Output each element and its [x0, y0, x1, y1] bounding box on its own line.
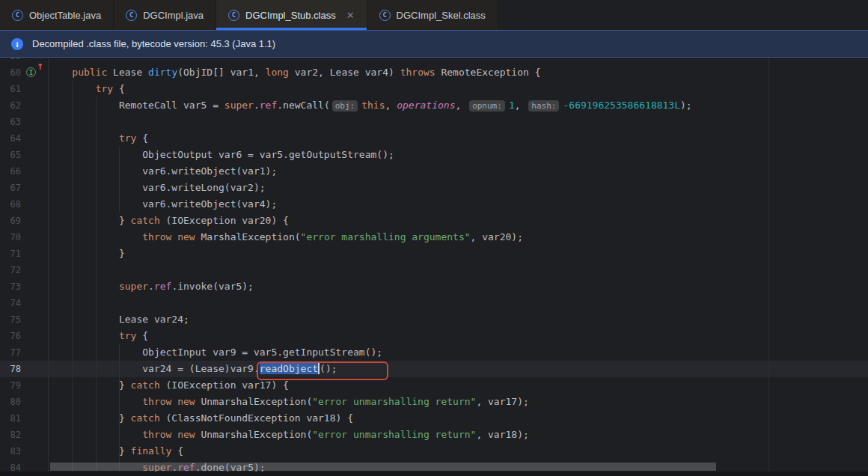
code-line[interactable]: 61 try {	[0, 81, 868, 97]
class-icon: C	[126, 10, 137, 21]
code-editor[interactable]: 5960I↑ public Lease dirty(ObjID[] var1, …	[0, 58, 868, 476]
code-line[interactable]: 67 var6.writeLong(var2);	[0, 180, 868, 196]
tab-dgcimpl-java[interactable]: C DGCImpl.java	[114, 0, 216, 30]
indent	[49, 215, 119, 226]
selected-text: readObject	[260, 363, 318, 374]
line-number[interactable]: 74	[0, 295, 21, 311]
code-line[interactable]: 78 var24 = (Lease)var9.readObject();	[0, 361, 868, 377]
code-segment: }	[119, 379, 131, 391]
line-number[interactable]: 79	[0, 377, 21, 394]
line-number[interactable]: 71	[0, 245, 21, 262]
line-number[interactable]: 66	[0, 163, 21, 180]
line-number[interactable]: 78	[0, 361, 21, 377]
indent	[49, 182, 142, 193]
code-segment: MarshalException(	[195, 231, 301, 242]
code-line[interactable]: 72	[0, 262, 868, 278]
code-line[interactable]: 66 var6.writeObject(var1);	[0, 163, 868, 180]
line-number[interactable]: 73	[0, 278, 21, 295]
code-line[interactable]: 83 } finally {	[0, 443, 868, 460]
up-arrow-icon: ↑	[37, 63, 43, 71]
code-line[interactable]: 64 try {	[0, 130, 868, 147]
line-number[interactable]: 64	[0, 130, 21, 147]
line-number[interactable]: 62	[0, 97, 21, 114]
gutter-icon-slot	[21, 394, 49, 410]
code-line[interactable]: 69 } catch (IOException var20) {	[0, 213, 868, 229]
indent	[49, 412, 119, 424]
tab-label: ObjectTable.java	[29, 10, 101, 21]
line-number[interactable]: 83	[0, 443, 21, 460]
code-line[interactable]: 65 ObjectOutput var6 = var5.getOutputStr…	[0, 147, 868, 163]
code-segment: try	[119, 330, 136, 341]
gutter-icon-slot	[21, 180, 49, 196]
code-segment: }	[119, 215, 131, 226]
line-number[interactable]: 63	[0, 114, 21, 130]
horizontal-scrollbar[interactable]	[50, 463, 716, 471]
line-number[interactable]: 69	[0, 213, 21, 229]
code-area: 5960I↑ public Lease dirty(ObjID[] var1, …	[0, 58, 868, 476]
code-line[interactable]: 73 super.ref.invoke(var5);	[0, 278, 868, 295]
code-segment: try	[96, 83, 113, 94]
code-line-text: throw new MarshalException("error marsha…	[49, 229, 523, 245]
code-segment: long	[266, 67, 289, 78]
code-segment: ObjectOutput var6 = var5.getOutputStream…	[142, 149, 394, 160]
code-line-text: var24 = (Lease)var9.readObject();	[49, 361, 337, 377]
code-line[interactable]: 82 throw new UnmarshalException("error u…	[0, 427, 868, 443]
code-segment: public	[72, 67, 107, 78]
code-line[interactable]: 71 }	[0, 245, 868, 262]
code-segment: dirty	[148, 67, 177, 78]
implements-method-icon[interactable]: I	[26, 67, 36, 77]
indent	[49, 363, 142, 374]
indent	[49, 198, 142, 210]
code-line[interactable]: 79 } catch (IOException var17) {	[0, 377, 868, 394]
line-number[interactable]: 68	[0, 196, 21, 213]
line-number[interactable]: 67	[0, 180, 21, 196]
tab-dgcimpl-stub-class[interactable]: C DGCImpl_Stub.class ✕	[216, 0, 367, 30]
code-line[interactable]: 63	[0, 114, 868, 130]
code-line-text: var6.writeObject(var4);	[49, 196, 277, 213]
code-line[interactable]: 59	[0, 58, 868, 64]
code-line[interactable]: 76 try {	[0, 328, 868, 344]
line-number[interactable]: 80	[0, 394, 21, 410]
line-number[interactable]: 81	[0, 410, 21, 427]
code-segment: throw	[142, 429, 171, 440]
indent	[49, 231, 142, 242]
tab-dgcimpl-skel-class[interactable]: C DGCImpl_Skel.class	[367, 0, 498, 30]
gutter-icon-slot	[21, 163, 49, 180]
tab-objecttable-java[interactable]: C ObjectTable.java	[0, 0, 114, 30]
line-number[interactable]: 60	[0, 64, 21, 81]
gutter-icon-slot	[21, 295, 49, 311]
line-number[interactable]: 70	[0, 229, 21, 245]
code-line[interactable]: 70 throw new MarshalException("error mar…	[0, 229, 868, 245]
code-line[interactable]: 60I↑ public Lease dirty(ObjID[] var1, lo…	[0, 64, 868, 81]
code-segment: "error marshalling arguments"	[301, 231, 471, 242]
gutter-icon-slot	[21, 278, 49, 295]
line-number[interactable]: 75	[0, 311, 21, 328]
close-icon[interactable]: ✕	[346, 10, 355, 20]
line-number[interactable]: 61	[0, 81, 21, 97]
code-line[interactable]: 80 throw new UnmarshalException("error u…	[0, 394, 868, 410]
code-line[interactable]: 77 ObjectInput var9 = var5.getInputStrea…	[0, 344, 868, 361]
line-number[interactable]: 72	[0, 262, 21, 278]
code-line[interactable]: 81 } catch (ClassNotFoundException var18…	[0, 410, 868, 427]
tab-label: DGCImpl_Stub.class	[245, 10, 336, 21]
code-segment: , var17);	[476, 396, 528, 407]
code-segment: RemoteCall var5 =	[119, 100, 224, 111]
indent	[49, 314, 119, 325]
code-line-text: throw new UnmarshalException("error unma…	[49, 427, 529, 443]
line-number[interactable]: 77	[0, 344, 21, 361]
code-segment: 1	[509, 100, 515, 111]
indent	[49, 149, 142, 160]
line-number[interactable]: 65	[0, 147, 21, 163]
code-line[interactable]: 75 Lease var24;	[0, 311, 868, 328]
indent	[49, 429, 142, 440]
indent	[49, 396, 142, 407]
line-number[interactable]: 82	[0, 427, 21, 443]
line-number[interactable]: 76	[0, 328, 21, 344]
gutter-icon-slot	[21, 130, 49, 147]
code-line[interactable]: 68 var6.writeObject(var4);	[0, 196, 868, 213]
code-line[interactable]: 62 RemoteCall var5 = super.ref.newCall(o…	[0, 97, 868, 114]
line-number[interactable]: 59	[0, 58, 21, 64]
code-line-text: ObjectOutput var6 = var5.getOutputStream…	[49, 147, 394, 163]
code-line[interactable]: 74	[0, 295, 868, 311]
code-segment: "error unmarshalling return"	[312, 396, 476, 407]
